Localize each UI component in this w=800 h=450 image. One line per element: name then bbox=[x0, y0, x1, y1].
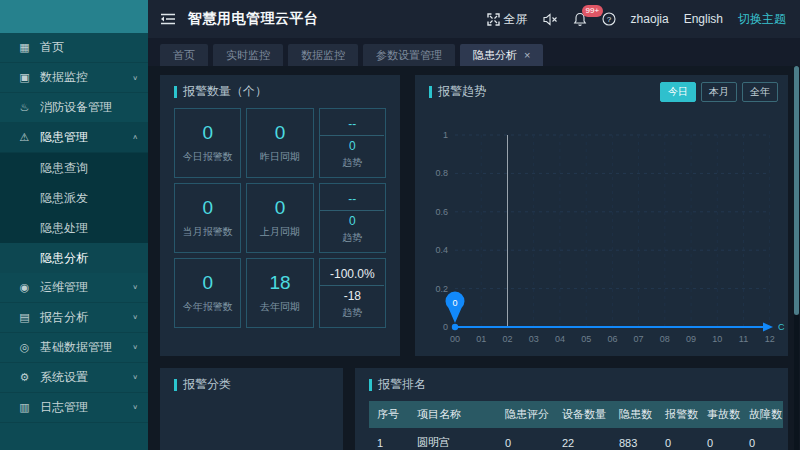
submenu-item-label: 隐患处理 bbox=[40, 220, 88, 237]
svg-text:0.8: 0.8 bbox=[435, 168, 448, 178]
chevron-down-icon: ∨ bbox=[132, 284, 138, 291]
stat-card-last-year: 18 去年同期 bbox=[246, 258, 313, 328]
sidebar-item-report-analysis[interactable]: ▤ 报告分析 ∨ bbox=[0, 303, 148, 333]
sidebar-item-hazard-handle[interactable]: 隐患处理 bbox=[0, 213, 148, 243]
period-button-group: 今日 本月 全年 bbox=[660, 82, 778, 102]
sidebar-item-label: 系统设置 bbox=[40, 369, 132, 386]
title-accent-bar bbox=[429, 86, 432, 98]
period-today-button[interactable]: 今日 bbox=[660, 82, 696, 102]
sidebar-collapse-icon[interactable] bbox=[160, 12, 176, 26]
stat-cards-grid: 0 今日报警数 0 昨日同期 -- 0 趋势 0 bbox=[174, 108, 386, 328]
trend-divider bbox=[320, 135, 384, 136]
stat-label: 昨日同期 bbox=[260, 150, 300, 164]
svg-text:09: 09 bbox=[686, 334, 696, 344]
alarm-trend-panel: 报警趋势 今日 本月 全年 bbox=[415, 75, 788, 356]
settings-icon: ⚙ bbox=[17, 371, 32, 384]
stat-label: 趋势 bbox=[342, 306, 362, 320]
svg-text:04: 04 bbox=[555, 334, 565, 344]
sidebar-item-label: 消防设备管理 bbox=[40, 99, 138, 116]
sidebar-item-hazard-management[interactable]: ⚠ 隐患管理 ∧ bbox=[0, 123, 148, 153]
main-area: 智慧用电管理云平台 全屏 bbox=[148, 0, 800, 450]
submenu-item-label: 隐患分析 bbox=[40, 250, 88, 267]
axis-end-label: C bbox=[778, 322, 785, 332]
stat-card-day-trend: -- 0 趋势 bbox=[319, 108, 386, 178]
trend-divider bbox=[320, 210, 384, 211]
sidebar-item-base-data[interactable]: ◎ 基础数据管理 ∨ bbox=[0, 333, 148, 363]
sidebar-item-system-settings[interactable]: ⚙ 系统设置 ∨ bbox=[0, 363, 148, 393]
tab-hazard-analysis[interactable]: 隐患分析 × bbox=[460, 44, 543, 66]
tab-param-settings[interactable]: 参数设置管理 bbox=[363, 44, 455, 66]
sidebar-item-hazard-analysis[interactable]: 隐患分析 bbox=[0, 243, 148, 273]
tab-data-monitor[interactable]: 数据监控 bbox=[288, 44, 358, 66]
sidebar-item-ops-management[interactable]: ◉ 运维管理 ∨ bbox=[0, 273, 148, 303]
col-header-fault-count: 故障数 bbox=[741, 401, 783, 428]
alarm-rank-table: 序号 项目名称 隐患评分 设备数量 隐患数 报警数 事故数 故障数 1 bbox=[369, 401, 783, 450]
chevron-down-icon: ∨ bbox=[132, 404, 138, 411]
theme-toggle-link[interactable]: 切换主题 bbox=[738, 11, 786, 28]
col-header-device-count: 设备数量 bbox=[554, 401, 611, 428]
svg-text:00: 00 bbox=[450, 334, 460, 344]
stat-card-month: 0 当月报警数 bbox=[174, 183, 241, 253]
notification-bell[interactable]: 99+ bbox=[573, 12, 587, 27]
stat-card-month-trend: -- 0 趋势 bbox=[319, 183, 386, 253]
close-icon[interactable]: × bbox=[524, 49, 530, 61]
chevron-down-icon: ∨ bbox=[132, 344, 138, 351]
tab-realtime-monitor[interactable]: 实时监控 bbox=[213, 44, 283, 66]
trend-divider bbox=[320, 285, 384, 286]
alarm-category-panel: 报警分类 bbox=[160, 368, 343, 450]
svg-text:?: ? bbox=[606, 15, 611, 24]
mute-icon[interactable] bbox=[543, 13, 558, 26]
table-row[interactable]: 1 圆明宫 0 22 883 0 0 0 bbox=[369, 428, 783, 450]
cell-alarm-count: 0 bbox=[657, 428, 699, 450]
sidebar-item-hazard-dispatch[interactable]: 隐患派发 bbox=[0, 183, 148, 213]
period-year-button[interactable]: 全年 bbox=[742, 82, 778, 102]
title-accent-bar bbox=[369, 379, 372, 391]
sidebar-item-label: 日志管理 bbox=[40, 399, 132, 416]
panel-title-text: 报警数量（个） bbox=[183, 83, 267, 100]
chevron-down-icon: ∨ bbox=[132, 314, 138, 321]
sidebar-item-hazard-query[interactable]: 隐患查询 bbox=[0, 153, 148, 183]
col-header-accident-count: 事故数 bbox=[699, 401, 741, 428]
chevron-up-icon: ∧ bbox=[132, 134, 138, 141]
help-icon[interactable]: ? bbox=[602, 12, 616, 26]
stat-card-today: 0 今日报警数 bbox=[174, 108, 241, 178]
tabbar: 首页 实时监控 数据监控 参数设置管理 隐患分析 × bbox=[148, 38, 800, 66]
title-accent-bar bbox=[174, 379, 177, 391]
log-icon: ▥ bbox=[17, 401, 32, 414]
sidebar-item-label: 报告分析 bbox=[40, 309, 132, 326]
panel-title: 报警排名 bbox=[355, 368, 788, 393]
language-switcher[interactable]: English bbox=[684, 12, 723, 26]
username[interactable]: zhaojia bbox=[631, 12, 669, 26]
warning-icon: ⚠ bbox=[17, 131, 32, 144]
svg-text:0.4: 0.4 bbox=[435, 245, 448, 255]
stat-value: 0 bbox=[202, 272, 213, 294]
scrollbar-thumb[interactable] bbox=[794, 66, 799, 315]
sidebar-item-label: 数据监控 bbox=[40, 69, 132, 86]
page-title: 智慧用电管理云平台 bbox=[188, 10, 319, 28]
stat-card-year-trend: -100.0% -18 趋势 bbox=[319, 258, 386, 328]
alarm-count-panel: 报警数量（个） 0 今日报警数 0 昨日同期 -- 0 趋势 bbox=[160, 75, 400, 356]
sidebar-item-fire-equipment[interactable]: ♨ 消防设备管理 bbox=[0, 93, 148, 123]
trend-delta: 0 bbox=[349, 139, 356, 153]
sidebar: ▦ 首页 ▣ 数据监控 ∨ ♨ 消防设备管理 ⚠ 隐患管理 ∧ 隐患查询 bbox=[0, 0, 148, 450]
period-month-button[interactable]: 本月 bbox=[701, 82, 737, 102]
panel-title: 报警数量（个） bbox=[160, 75, 400, 100]
svg-text:03: 03 bbox=[529, 334, 539, 344]
sidebar-item-label: 首页 bbox=[40, 39, 138, 56]
fullscreen-button[interactable]: 全屏 bbox=[487, 11, 528, 28]
sidebar-item-home[interactable]: ▦ 首页 bbox=[0, 33, 148, 63]
svg-text:08: 08 bbox=[660, 334, 670, 344]
stat-label: 今日报警数 bbox=[183, 150, 233, 164]
sidebar-item-log-management[interactable]: ▥ 日志管理 ∨ bbox=[0, 393, 148, 423]
fire-extinguisher-icon: ♨ bbox=[17, 101, 32, 114]
sidebar-item-data-monitor[interactable]: ▣ 数据监控 ∨ bbox=[0, 63, 148, 93]
tab-label: 数据监控 bbox=[301, 48, 345, 63]
svg-text:02: 02 bbox=[502, 334, 512, 344]
stat-card-yesterday: 0 昨日同期 bbox=[246, 108, 313, 178]
panel-title-text: 报警排名 bbox=[378, 376, 426, 393]
trend-chart[interactable]: 0 0.2 0.4 0.6 0.8 1 C 00 bbox=[415, 105, 788, 357]
chevron-down-icon: ∨ bbox=[132, 374, 138, 381]
tab-label: 首页 bbox=[173, 48, 195, 63]
cell-index: 1 bbox=[369, 428, 409, 450]
tab-home[interactable]: 首页 bbox=[160, 44, 208, 66]
